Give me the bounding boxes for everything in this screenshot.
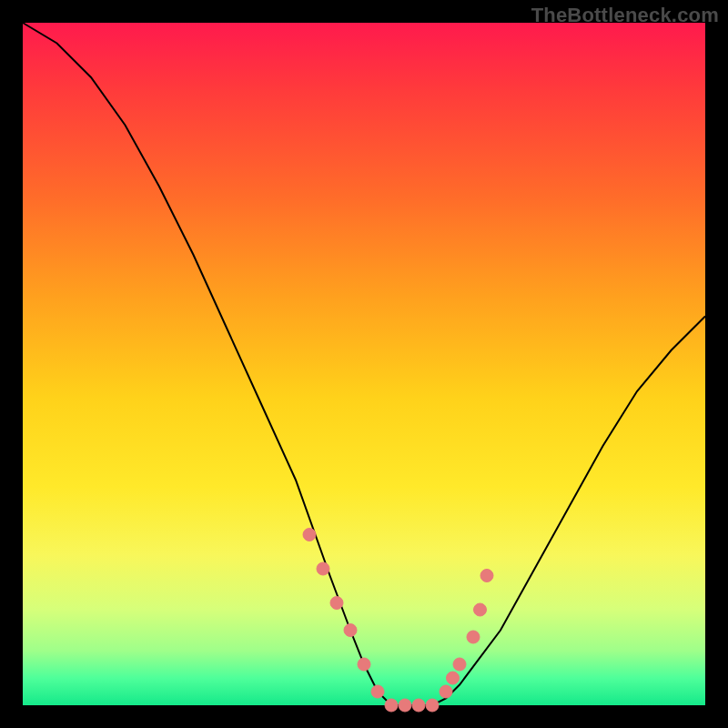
bottleneck-curve: [23, 23, 705, 705]
chart-overlay: [23, 23, 705, 705]
bottleneck-dot: [412, 699, 425, 712]
watermark-text: TheBottleneck.com: [531, 4, 719, 27]
bottleneck-dots-group: [303, 529, 493, 713]
bottleneck-dot: [474, 603, 487, 616]
bottleneck-dot: [399, 699, 411, 712]
bottleneck-dot: [303, 529, 316, 541]
bottleneck-dot: [440, 685, 452, 698]
bottleneck-dot: [385, 699, 398, 712]
bottleneck-dot: [317, 562, 329, 575]
chart-frame: TheBottleneck.com: [0, 0, 728, 728]
bottleneck-dot: [330, 597, 343, 610]
bottleneck-dot: [480, 570, 493, 582]
bottleneck-dot: [426, 699, 439, 712]
bottleneck-dot: [447, 672, 460, 684]
bottleneck-dot: [344, 624, 357, 637]
bottleneck-dot: [358, 658, 370, 671]
bottleneck-dot: [467, 631, 480, 643]
bottleneck-dot: [371, 685, 384, 698]
bottleneck-dot: [453, 658, 466, 671]
